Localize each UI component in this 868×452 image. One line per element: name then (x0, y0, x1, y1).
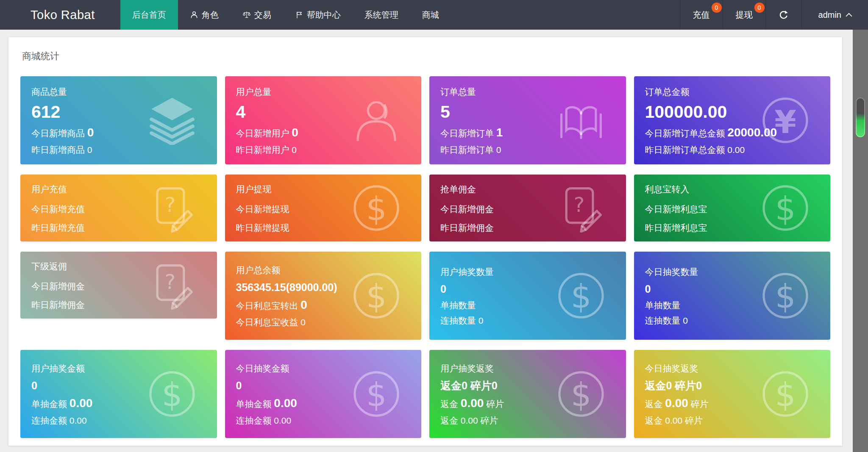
tab-label: 帮助中心 (307, 9, 341, 21)
tab-transactions[interactable]: 交易 (231, 0, 283, 30)
card-line: 单抽金额 0.00 (236, 397, 411, 410)
withdraw-badge: 0 (754, 3, 765, 13)
card-line: 昨日新增订单总金额 0.00 (645, 145, 820, 155)
stat-card-13: 用户抽奖金额0单抽金额 0.00连抽金额 0.00 $ (20, 350, 217, 438)
tab-label: 系统管理 (364, 9, 398, 21)
user-icon (190, 11, 198, 19)
card-line: 0 (645, 283, 820, 295)
vertical-scrollbar-thumb[interactable] (856, 97, 865, 137)
card-line: 返金 0.00 碎片 (440, 397, 615, 410)
card-title: 用户抽奖返奖 (440, 363, 615, 374)
dollar-icon: $ (352, 369, 401, 419)
card-line: 今日新增提现 (236, 204, 411, 214)
card-line: 返金 0.00 碎片 (645, 397, 820, 410)
tab-label: 角色 (202, 9, 219, 21)
card-line: 昨日新增提现 (236, 223, 411, 233)
card-title: 订单总金额 (645, 86, 820, 98)
card-line: 今日新增充值 (31, 204, 206, 214)
dollar-icon: $ (147, 369, 197, 419)
card-title: 抢单佣金 (440, 183, 615, 195)
card-title: 今日抽奖返奖 (645, 363, 820, 374)
card-line: 昨日新增佣金 (440, 223, 615, 233)
stat-card-8: 利息宝转入今日新增利息宝昨日新增利息宝 $ (634, 175, 831, 241)
card-line: 356345.15(89000.00) (236, 282, 411, 294)
tab-system-management[interactable]: 系统管理 (353, 0, 410, 30)
username: admin (818, 10, 841, 20)
dollar-icon: $ (761, 369, 810, 419)
card-title: 用户提现 (236, 183, 411, 195)
stat-card-12: 今日抽奖数量0单抽数量连抽数量 0 $ (634, 252, 831, 340)
stat-card-3: 订单总量5今日新增订单 1昨日新增订单 0 (429, 76, 626, 164)
card-line: 昨日新增充值 (31, 223, 206, 233)
section-title: 商城统计 (22, 50, 829, 63)
refresh-icon (779, 10, 789, 20)
card-line: 昨日新增商品 0 (31, 145, 206, 155)
card-line: 今日新增订单 1 (440, 126, 615, 139)
card-title: 下级返佣 (31, 261, 206, 272)
navbar-right: 充值 0 提现 0 admin (680, 0, 868, 30)
card-line: 今日利息宝转出 0 (236, 299, 411, 312)
scales-icon (242, 11, 251, 19)
card-title: 用户充值 (31, 183, 206, 195)
stat-card-9: 下级返佣今日新增佣金昨日新增佣金 ? (20, 252, 217, 319)
brand-logo: Toko Rabat (0, 0, 120, 30)
content-panel: 商城统计 商品总量612今日新增商品 0昨日新增商品 0 用户总量4今日新增用户… (8, 37, 842, 446)
stats-grid: 商品总量612今日新增商品 0昨日新增商品 0 用户总量4今日新增用户 0昨日新… (20, 76, 830, 438)
card-line: 昨日新增用户 0 (236, 145, 411, 155)
tab-roles[interactable]: 角色 (178, 0, 231, 30)
card-line: 昨日新增利息宝 (645, 223, 820, 233)
stat-card-2: 用户总量4今日新增用户 0昨日新增用户 0 (225, 76, 422, 164)
card-line: 单抽金额 0.00 (31, 397, 206, 410)
card-title: 用户抽奖数量 (440, 266, 615, 278)
card-line: 返金0 碎片0 (440, 380, 615, 392)
user-menu[interactable]: admin (801, 0, 868, 30)
card-line: 连抽数量 0 (645, 316, 820, 325)
card-line: 连抽数量 0 (440, 316, 615, 325)
card-line: 昨日新增佣金 (31, 300, 206, 310)
card-line: 0 (31, 380, 206, 392)
card-line: 昨日新增订单 0 (440, 145, 615, 155)
card-line: 0 (236, 380, 411, 392)
card-line: 返金 0.00 碎片 (645, 416, 820, 425)
stat-card-11: 用户抽奖数量0单抽数量连抽数量 0 $ (429, 252, 626, 340)
tab-label: 交易 (254, 9, 271, 21)
dollar-icon: $ (556, 369, 606, 419)
stat-card-15: 用户抽奖返奖返金0 碎片0返金 0.00 碎片返金 0.00 碎片 $ (429, 350, 626, 438)
stat-card-5: 用户充值今日新增充值昨日新增充值 ? (20, 175, 217, 241)
tab-label: 商城 (422, 9, 439, 21)
top-navbar: Toko Rabat 后台首页 角色 交易 帮助中心 系统管理 商城 (0, 0, 868, 30)
card-line: 今日新增订单总金额 20000.00 (645, 126, 820, 139)
stat-card-14: 今日抽奖金额0单抽金额 0.00连抽金额 0.00 $ (225, 350, 422, 438)
card-line: 单抽数量 (645, 300, 820, 310)
card-line: 返金 0.00 碎片 (440, 416, 615, 425)
tab-help-center[interactable]: 帮助中心 (283, 0, 353, 30)
recharge-button[interactable]: 充值 0 (680, 0, 723, 30)
card-line: 4 (236, 103, 411, 121)
refresh-button[interactable] (765, 0, 801, 30)
withdraw-button[interactable]: 提现 0 (723, 0, 765, 30)
recharge-label: 充值 (693, 9, 710, 21)
card-line: 单抽数量 (440, 300, 615, 310)
card-line: 返金0 碎片0 (645, 380, 820, 392)
stat-card-7: 抢单佣金今日新增佣金昨日新增佣金 ? (429, 175, 626, 241)
dollar-icon: $ (761, 271, 810, 320)
card-line: 今日新增商品 0 (31, 126, 206, 139)
card-line: 连抽金额 0.00 (236, 416, 411, 425)
card-title: 用户总量 (236, 86, 411, 98)
chevron-up-icon (845, 11, 853, 19)
tab-mall[interactable]: 商城 (410, 0, 451, 30)
card-line: 连抽金额 0.00 (31, 416, 206, 425)
card-title: 用户总余额 (236, 264, 411, 276)
card-title: 利息宝转入 (645, 183, 820, 195)
card-line: 612 (31, 103, 206, 121)
card-line: 今日新增用户 0 (236, 126, 411, 139)
withdraw-label: 提现 (736, 9, 753, 21)
card-line: 5 (440, 103, 615, 121)
card-title: 商品总量 (31, 86, 206, 98)
vertical-scrollbar-track[interactable] (853, 30, 868, 452)
card-line: 今日新增佣金 (440, 204, 615, 214)
stat-card-1: 商品总量612今日新增商品 0昨日新增商品 0 (20, 76, 217, 164)
stat-card-4: 订单总金额100000.00今日新增订单总金额 20000.00昨日新增订单总金… (634, 76, 831, 164)
tab-dashboard[interactable]: 后台首页 (120, 0, 178, 30)
card-title: 今日抽奖数量 (645, 266, 820, 278)
